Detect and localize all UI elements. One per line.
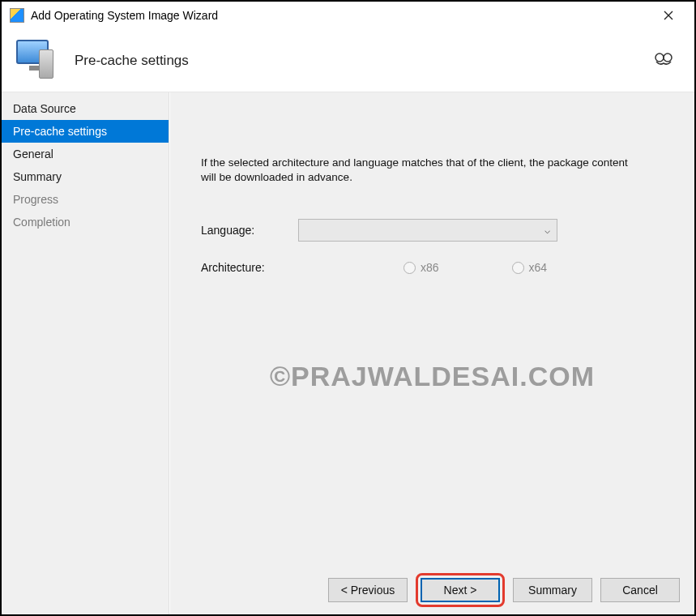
previous-button[interactable]: < Previous bbox=[328, 578, 408, 602]
close-icon bbox=[664, 11, 673, 20]
language-row: Language: ⌵ bbox=[201, 219, 654, 242]
help-icon[interactable] bbox=[652, 49, 675, 72]
arch-x64-label: x64 bbox=[529, 261, 548, 274]
sidebar-item-data-source[interactable]: Data Source bbox=[2, 97, 169, 120]
language-label: Language: bbox=[201, 224, 298, 237]
svg-point-0 bbox=[655, 53, 664, 62]
next-button-highlight: Next > bbox=[416, 573, 505, 607]
computer-icon bbox=[13, 38, 58, 83]
arch-option-x86: x86 bbox=[404, 261, 439, 274]
wizard-window: Add Operating System Image Wizard Pre-ca… bbox=[0, 0, 696, 616]
titlebar: Add Operating System Image Wizard bbox=[2, 2, 694, 29]
close-button[interactable] bbox=[651, 3, 686, 28]
sidebar-item-general[interactable]: General bbox=[2, 143, 169, 165]
wizard-footer: < Previous Next > Summary Cancel bbox=[170, 566, 694, 614]
arch-option-x64: x64 bbox=[512, 261, 548, 274]
sidebar: Data Source Pre-cache settings General S… bbox=[2, 92, 169, 614]
language-dropdown[interactable]: ⌵ bbox=[298, 219, 557, 242]
architecture-label: Architecture: bbox=[201, 261, 298, 274]
summary-button[interactable]: Summary bbox=[513, 578, 592, 602]
sidebar-item-pre-cache[interactable]: Pre-cache settings bbox=[2, 120, 169, 143]
svg-point-1 bbox=[664, 53, 672, 62]
wizard-header: Pre-cache settings bbox=[2, 29, 694, 92]
wizard-body: Data Source Pre-cache settings General S… bbox=[2, 92, 694, 614]
app-icon bbox=[10, 8, 24, 23]
arch-x86-label: x86 bbox=[421, 261, 439, 274]
radio-icon bbox=[512, 262, 524, 274]
page-title: Pre-cache settings bbox=[75, 53, 189, 69]
architecture-row: Architecture: x86 x64 bbox=[201, 261, 654, 274]
content-panel: If the selected architecture and languag… bbox=[169, 92, 694, 614]
cancel-button[interactable]: Cancel bbox=[600, 578, 680, 602]
watermark-text: ©PRAJWALDESAI.COM bbox=[270, 361, 595, 392]
sidebar-item-summary[interactable]: Summary bbox=[2, 165, 169, 188]
window-title: Add Operating System Image Wizard bbox=[31, 9, 651, 22]
radio-icon bbox=[404, 262, 416, 274]
next-button[interactable]: Next > bbox=[421, 578, 500, 602]
sidebar-item-progress: Progress bbox=[2, 188, 169, 211]
description-text: If the selected architecture and languag… bbox=[201, 156, 638, 185]
sidebar-item-completion: Completion bbox=[2, 211, 169, 233]
chevron-down-icon: ⌵ bbox=[544, 225, 550, 236]
